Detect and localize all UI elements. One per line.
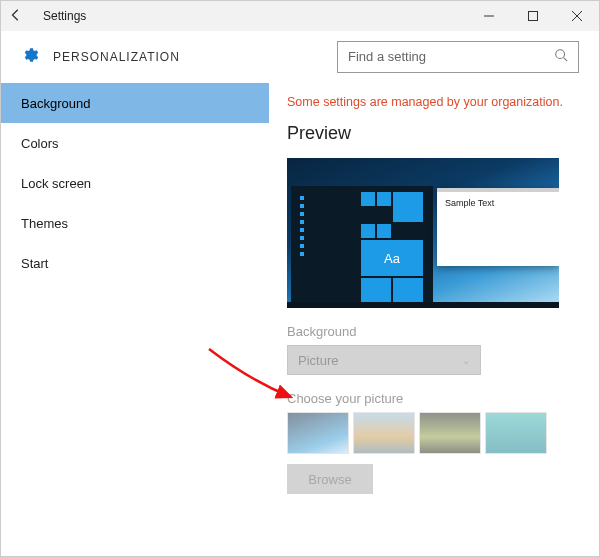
sidebar-item-lock-screen[interactable]: Lock screen xyxy=(1,163,269,203)
tile-glyph: Aa xyxy=(361,240,423,276)
back-button[interactable] xyxy=(9,8,33,25)
dropdown-value: Picture xyxy=(298,353,338,368)
preview-heading: Preview xyxy=(287,123,581,144)
background-label: Background xyxy=(287,324,581,339)
search-icon xyxy=(554,48,568,65)
picture-thumb[interactable] xyxy=(485,412,547,454)
sidebar-item-colors[interactable]: Colors xyxy=(1,123,269,163)
org-warning: Some settings are managed by your organi… xyxy=(287,95,581,109)
sample-text: Sample Text xyxy=(437,192,559,214)
svg-line-5 xyxy=(564,58,568,62)
picture-thumb[interactable] xyxy=(419,412,481,454)
sidebar-item-label: Colors xyxy=(21,136,59,151)
sidebar-item-label: Lock screen xyxy=(21,176,91,191)
browse-label: Browse xyxy=(308,472,351,487)
sidebar-item-label: Background xyxy=(21,96,90,111)
svg-point-4 xyxy=(556,50,565,59)
picture-thumb[interactable] xyxy=(287,412,349,454)
browse-button[interactable]: Browse xyxy=(287,464,373,494)
maximize-button[interactable] xyxy=(511,1,555,31)
desktop-preview: Aa Sample Text xyxy=(287,158,559,308)
gear-icon xyxy=(21,46,39,68)
search-placeholder: Find a setting xyxy=(348,49,554,64)
sample-window: Sample Text xyxy=(437,188,559,266)
sidebar-item-label: Themes xyxy=(21,216,68,231)
close-button[interactable] xyxy=(555,1,599,31)
background-dropdown[interactable]: Picture ⌄ xyxy=(287,345,481,375)
chevron-down-icon: ⌄ xyxy=(462,355,470,366)
picture-thumb[interactable] xyxy=(353,412,415,454)
sidebar-item-label: Start xyxy=(21,256,48,271)
svg-rect-1 xyxy=(529,12,538,21)
choose-picture-label: Choose your picture xyxy=(287,391,581,406)
sidebar-item-start[interactable]: Start xyxy=(1,243,269,283)
picture-thumbnails xyxy=(287,412,581,454)
sidebar-item-background[interactable]: Background xyxy=(1,83,269,123)
minimize-button[interactable] xyxy=(467,1,511,31)
sidebar-item-themes[interactable]: Themes xyxy=(1,203,269,243)
sidebar: Background Colors Lock screen Themes Sta… xyxy=(1,83,269,556)
window-title: Settings xyxy=(43,9,86,23)
search-input[interactable]: Find a setting xyxy=(337,41,579,73)
section-title: PERSONALIZATION xyxy=(53,50,180,64)
